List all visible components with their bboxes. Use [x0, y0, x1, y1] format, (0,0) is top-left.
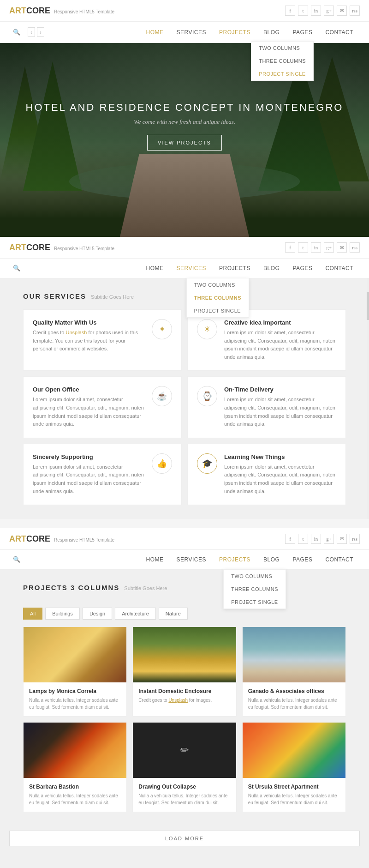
project-info-6: St Ursula Street Apartment Nulla a vehic… — [243, 778, 345, 812]
social-linkedin-1[interactable]: in — [311, 6, 321, 16]
dropdown-three-cols-p[interactable]: THREE COLUMNS — [224, 583, 286, 596]
navbar-2: 🔍 HOME SERVICES PROJECTS BLOG PAGES CONT… — [0, 259, 369, 278]
social-rss-2[interactable]: rss — [350, 242, 360, 253]
dropdown-proj-single-p[interactable]: PROJECT SINGLE — [224, 596, 286, 609]
service-content-3: Our Open Office Lorem ipsum dolor sit am… — [33, 386, 145, 428]
hero-section: HOTEL AND RESIDENCE CONCEPT IN MONTENEGR… — [0, 43, 369, 237]
logo-core-2: CORE — [26, 243, 50, 253]
dropdown-three-columns-1[interactable]: THREE COLUMNS — [251, 54, 313, 67]
logo-3: ARTCORE Responsive HTML5 Template — [9, 534, 114, 544]
project-info-3: Ganado & Associates offices Nulla a vehi… — [243, 682, 345, 716]
nav-back-1[interactable]: ‹ — [28, 27, 35, 37]
project-text-5: Nulla a vehicula tellus. Integer sodales… — [138, 792, 230, 806]
nav-home-2[interactable]: HOME — [140, 259, 170, 278]
filter-all[interactable]: All — [23, 608, 42, 620]
dropdown-two-cols-p[interactable]: TWO COLUMNS — [224, 570, 286, 583]
nav-forward-1[interactable]: › — [37, 27, 44, 37]
social-email-1[interactable]: ✉ — [337, 6, 347, 16]
social-email-3[interactable]: ✉ — [337, 534, 347, 544]
header-1: ARTCORE Responsive HTML5 Template f t in… — [0, 0, 369, 22]
service-card-6: 🎓 Learning New Things Lorem ipsum dolor … — [187, 444, 346, 505]
social-rss-3[interactable]: rss — [350, 534, 360, 544]
nav-contact-1[interactable]: CONTACT — [319, 23, 360, 42]
service-icon-2: ☀ — [197, 319, 217, 339]
logo-tagline-3: Responsive HTML5 Template — [54, 537, 114, 542]
social-twitter-1[interactable]: t — [298, 6, 308, 16]
social-twitter-3[interactable]: t — [298, 534, 308, 544]
projects-grid: Lamps by Monica Correla Nulla a vehicula… — [0, 627, 369, 821]
project-title-5: Drawing Out Collapse — [138, 784, 230, 790]
service-link-1[interactable]: Unsplash — [66, 330, 87, 335]
section-scrollbar[interactable] — [367, 278, 369, 519]
dropdown-two-columns-1[interactable]: TWO COLUMNS — [251, 42, 313, 54]
nav-services-2[interactable]: SERVICES — [170, 259, 213, 278]
logo-2: ARTCORE Responsive HTML5 Template — [9, 243, 114, 253]
services-subtitle: Subtitle Goes Here — [91, 294, 134, 300]
project-text-1: Nulla a vehicula tellus. Integer sodales… — [29, 697, 121, 711]
logo-art-3: ART — [9, 534, 26, 544]
service-text-1: Credit goes to Unsplash for photos used … — [33, 329, 145, 353]
social-linkedin-3[interactable]: in — [311, 534, 321, 544]
services-grid: Quality Matter With Us Credit goes to Un… — [0, 309, 369, 505]
nav-pages-2[interactable]: PAGES — [286, 259, 319, 278]
filter-architecture[interactable]: Architecture — [115, 608, 156, 620]
nav-contact-2[interactable]: CONTACT — [319, 259, 360, 278]
social-email-2[interactable]: ✉ — [337, 242, 347, 253]
nav-services-1[interactable]: SERVICES — [170, 23, 213, 42]
dropdown-project-single-1[interactable]: PROJECT SINGLE — [251, 67, 313, 80]
dropdown-two-cols-s[interactable]: TWO COLUMNS — [187, 278, 249, 291]
nav-contact-3[interactable]: CONTACT — [319, 550, 360, 569]
project-card-6: St Ursula Street Apartment Nulla a vehic… — [242, 722, 346, 812]
filter-buildings[interactable]: Buildings — [45, 608, 80, 620]
projects-title: PROJECTS 3 COLUMNS — [23, 584, 119, 591]
nav-projects-2[interactable]: PROJECTS — [213, 259, 257, 278]
social-facebook-3[interactable]: f — [285, 534, 295, 544]
service-icon-5: 👍 — [152, 453, 172, 474]
navbar-1: 🔍 ‹ › HOME SERVICES PROJECTS BLOG PAGES … — [0, 22, 369, 43]
dropdown-proj-single-s[interactable]: PROJECT SINGLE — [187, 304, 249, 317]
service-content-1: Quality Matter With Us Credit goes to Un… — [33, 319, 145, 353]
service-content-2: Creative Idea Important Lorem ipsum dolo… — [224, 319, 336, 361]
filter-nature[interactable]: Nature — [159, 608, 188, 620]
hero-content: HOTEL AND RESIDENCE CONCEPT IN MONTENEGR… — [26, 102, 344, 151]
nav-blog-2[interactable]: BLOG — [257, 259, 286, 278]
project-card-4: St Barbara Bastion Nulla a vehicula tell… — [23, 722, 127, 812]
search-icon-3[interactable]: 🔍 — [9, 550, 24, 569]
nav-projects-3[interactable]: PROJECTS — [213, 550, 257, 569]
service-content-5: Sincerely Supporting Lorem ipsum dolor s… — [33, 453, 145, 495]
social-gplus-1[interactable]: g+ — [324, 6, 334, 16]
services-title: OUR SERVICES — [23, 292, 86, 300]
dropdown-three-cols-s[interactable]: THREE COLUMNS — [187, 291, 249, 304]
nav-projects-1[interactable]: PROJECTS — [213, 23, 257, 42]
view-projects-button[interactable]: VIEW PROJECTS — [147, 135, 222, 151]
project-link-2[interactable]: Unsplash — [168, 698, 188, 703]
nav-blog-1[interactable]: BLOG — [257, 23, 286, 42]
social-gplus-3[interactable]: g+ — [324, 534, 334, 544]
load-more-button[interactable]: LOAD MORE — [9, 831, 360, 846]
service-card-5: Sincerely Supporting Lorem ipsum dolor s… — [23, 444, 182, 505]
social-icons-3: f t in g+ ✉ rss — [285, 534, 360, 544]
nav-services-3[interactable]: SERVICES — [170, 550, 213, 569]
service-icon-3: ☕ — [152, 386, 172, 406]
service-card-3: Our Open Office Lorem ipsum dolor sit am… — [23, 376, 182, 438]
projects-header: PROJECTS 3 COLUMNS Subtitle Goes Here — [0, 584, 369, 601]
nav-home-1[interactable]: HOME — [140, 23, 170, 42]
search-icon-2[interactable]: 🔍 — [9, 259, 24, 277]
nav-pages-1[interactable]: PAGES — [286, 23, 319, 42]
logo-art-1: ART — [9, 6, 26, 16]
project-text-3: Nulla a vehicula tellus. Integer sodales… — [248, 697, 340, 711]
search-icon-1[interactable]: 🔍 — [9, 23, 24, 42]
nav-pages-3[interactable]: PAGES — [286, 550, 319, 569]
social-facebook-2[interactable]: f — [285, 242, 295, 253]
social-facebook-1[interactable]: f — [285, 6, 295, 16]
filter-design[interactable]: Design — [83, 608, 112, 620]
social-gplus-2[interactable]: g+ — [324, 242, 334, 253]
social-twitter-2[interactable]: t — [298, 242, 308, 253]
social-rss-1[interactable]: rss — [350, 6, 360, 16]
social-linkedin-2[interactable]: in — [311, 242, 321, 253]
nav-home-3[interactable]: HOME — [140, 550, 170, 569]
nav-blog-3[interactable]: BLOG — [257, 550, 286, 569]
page-section-3: ARTCORE Responsive HTML5 Template f t in… — [0, 528, 369, 868]
project-text-2: Credit goes to Unsplash for images. — [138, 697, 230, 704]
project-img-4 — [24, 723, 126, 778]
